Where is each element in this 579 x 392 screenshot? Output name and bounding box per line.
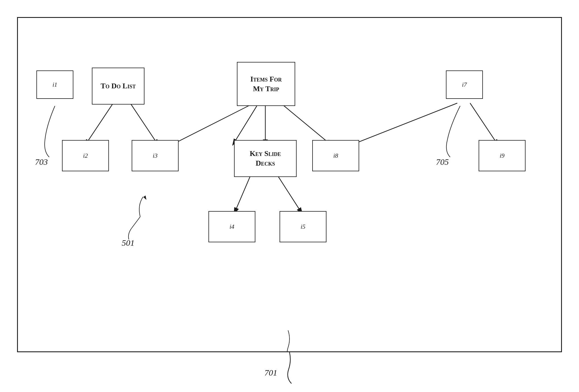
label-703: 703	[35, 157, 48, 167]
label-705: 705	[436, 157, 449, 167]
label-501: 501	[122, 238, 135, 248]
svg-line-6	[233, 106, 257, 145]
node-todo-list: To Do List	[92, 68, 144, 105]
node-i1: i1	[36, 70, 73, 99]
svg-line-1	[85, 103, 113, 146]
svg-line-10	[348, 103, 457, 146]
node-i5: i5	[280, 211, 326, 242]
node-i9: i9	[479, 140, 526, 171]
svg-marker-11	[142, 195, 148, 201]
node-i4: i4	[208, 211, 255, 242]
node-i7: i7	[446, 70, 483, 99]
node-key-slide-decks: Key SlideDecks	[234, 140, 297, 177]
svg-line-2	[130, 103, 159, 146]
label-701: 701	[264, 368, 277, 378]
svg-line-7	[234, 174, 251, 214]
svg-line-9	[470, 103, 499, 146]
node-items-trip: Items ForMy Trip	[237, 62, 295, 106]
diagram-border: i1 To Do List Items ForMy Trip i7 i2 i3 …	[17, 17, 562, 352]
node-i8: i8	[312, 140, 359, 171]
node-i2: i2	[62, 140, 109, 171]
svg-line-8	[277, 174, 302, 214]
svg-line-5	[282, 105, 332, 146]
node-i3: i3	[132, 140, 179, 171]
